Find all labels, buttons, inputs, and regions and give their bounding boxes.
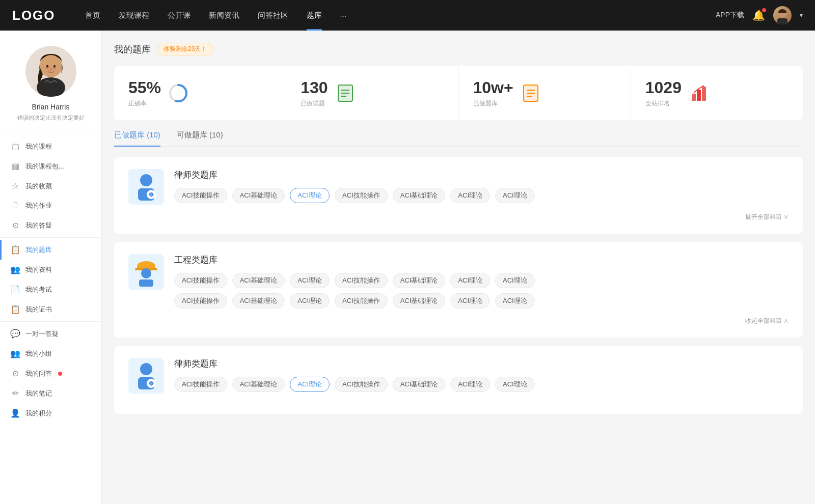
sidebar-username: Brian Harris — [32, 103, 70, 111]
sidebar-item-exam[interactable]: 📄 我的考试 — [0, 279, 101, 299]
sidebar-item-favorites[interactable]: ☆ 我的收藏 — [0, 176, 101, 196]
sidebar-motto: 错误的决定比没有决定要好 — [17, 114, 85, 122]
qbank-tag[interactable]: ACI技能操作 — [174, 188, 227, 203]
svg-point-8 — [53, 65, 56, 68]
qbank-card-lawyer-1: ✓ 律师类题库 ACI技能操作 ACI基础理论 ACI理论 ACI技能操作 AC… — [114, 157, 803, 234]
qbank-card-1-content: 律师类题库 ACI技能操作 ACI基础理论 ACI理论 ACI技能操作 ACI基… — [174, 169, 789, 203]
sidebar-item-notes[interactable]: ✏ 我的笔记 — [0, 383, 101, 403]
sidebar-item-question-bank[interactable]: 📋 我的题库 — [0, 240, 101, 260]
qbank-tag[interactable]: ACI理论 — [290, 273, 330, 288]
sidebar-item-my-group[interactable]: 👥 我的小组 — [0, 344, 101, 363]
qbank-card-1-tags: ACI技能操作 ACI基础理论 ACI理论 ACI技能操作 ACI基础理论 AC… — [174, 188, 789, 203]
qbank-tag[interactable]: ACI技能操作 — [335, 273, 388, 288]
qbank-card-engineer: 工程类题库 ACI技能操作 ACI基础理论 ACI理论 ACI技能操作 ACI基… — [114, 242, 803, 338]
qbank-tag[interactable]: ACI基础理论 — [393, 293, 446, 309]
menu-divider-1 — [0, 237, 101, 238]
qbank-tag-active[interactable]: ACI理论 — [290, 188, 330, 203]
stat-completed-questions: 130 已做试题 — [286, 66, 458, 120]
stat-completed-questions-label: 已做试题 — [301, 99, 328, 108]
star-icon: ☆ — [10, 181, 20, 191]
nav-question-bank[interactable]: 题库 — [297, 0, 331, 31]
qbank-card-3-tags: ACI技能操作 ACI基础理论 ACI理论 ACI技能操作 ACI基础理论 AC… — [174, 377, 789, 392]
qbank-card-2-content: 工程类题库 ACI技能操作 ACI基础理论 ACI理论 ACI技能操作 ACI基… — [174, 254, 789, 309]
qbank-card-2-footer: 收起全部科目 ∧ — [128, 317, 789, 325]
sidebar-item-certificate[interactable]: 📋 我的证书 — [0, 299, 101, 319]
stat-doc-green-icon — [335, 83, 356, 103]
qbank-card-1-footer: 展开全部科目 ∨ — [128, 213, 789, 221]
qbank-tag[interactable]: ACI基础理论 — [393, 188, 446, 203]
qbank-tag[interactable]: ACI技能操作 — [174, 293, 227, 309]
nav-news[interactable]: 新闻资讯 — [200, 0, 249, 31]
qbank-tag[interactable]: ACI基础理论 — [393, 273, 446, 288]
nav-discover[interactable]: 发现课程 — [110, 0, 158, 31]
sidebar-item-homework[interactable]: 🗒 我的作业 — [0, 196, 101, 215]
qbank-tag[interactable]: ACI理论 — [450, 293, 490, 309]
group-icon: 👥 — [10, 349, 20, 358]
main-content: 我的题库 体验剩余23天！ 55% 正确率 — [102, 31, 815, 504]
sidebar-item-my-qa[interactable]: ⊙ 我的问答 — [0, 363, 101, 383]
tab-available-banks[interactable]: 可做题库 (10) — [177, 130, 223, 146]
logo[interactable]: LOGO — [12, 8, 56, 23]
avatar-dropdown-icon[interactable]: ▾ — [800, 12, 803, 19]
svg-point-32 — [141, 268, 151, 278]
qbank-tag-active[interactable]: ACI理论 — [290, 377, 330, 392]
qbank-tag[interactable]: ACI理论 — [495, 188, 535, 203]
expand-button-1[interactable]: 展开全部科目 ∨ — [745, 213, 789, 221]
qbank-tag[interactable]: ACI基础理论 — [232, 377, 285, 392]
svg-point-24 — [140, 174, 152, 186]
svg-rect-33 — [139, 279, 153, 287]
sidebar-avatar[interactable] — [25, 46, 76, 97]
trial-badge: 体验剩余23天！ — [157, 43, 213, 55]
avatar[interactable] — [773, 6, 792, 24]
exam-icon: 📄 — [10, 285, 20, 294]
qbank-tag[interactable]: ACI技能操作 — [174, 377, 227, 392]
sidebar-item-points[interactable]: 👤 我的积分 — [0, 403, 101, 423]
sidebar-item-qa[interactable]: ⊙ 我的答疑 — [0, 215, 101, 235]
sidebar-profile: Brian Harris 错误的决定比没有决定要好 — [0, 31, 101, 132]
homework-icon: 🗒 — [10, 201, 20, 210]
qbank-tag[interactable]: ACI基础理论 — [232, 273, 285, 288]
nav-open-course[interactable]: 公开课 — [158, 0, 200, 31]
svg-rect-1 — [777, 18, 787, 24]
tab-completed-banks[interactable]: 已做题库 (10) — [114, 130, 160, 146]
qbank-tag[interactable]: ACI理论 — [495, 273, 535, 288]
sidebar: Brian Harris 错误的决定比没有决定要好 ▢ 我的课程 ▦ 我的课程包… — [0, 31, 102, 504]
stat-site-ranking-value: 1029 — [645, 78, 682, 97]
qbank-tag[interactable]: ACI理论 — [450, 273, 490, 288]
notification-bell-icon[interactable]: 🔔 — [752, 9, 765, 21]
page-title: 我的题库 — [114, 43, 151, 55]
sidebar-item-course-package[interactable]: ▦ 我的课程包... — [0, 156, 101, 176]
qbank-tag[interactable]: ACI基础理论 — [232, 293, 285, 309]
qbank-tag[interactable]: ACI技能操作 — [335, 188, 388, 203]
nav-menu: 首页 发现课程 公开课 新闻资讯 问答社区 题库 ··· — [76, 0, 716, 31]
qbank-tag[interactable]: ACI基础理论 — [393, 377, 446, 392]
qbank-tag[interactable]: ACI理论 — [450, 188, 490, 203]
stat-accuracy-label: 正确率 — [128, 99, 161, 108]
tabs-bar: 已做题库 (10) 可做题库 (10) — [114, 130, 803, 147]
qbank-tag[interactable]: ACI理论 — [495, 293, 535, 309]
qbank-tag[interactable]: ACI技能操作 — [174, 273, 227, 288]
sidebar-item-one-to-one[interactable]: 💬 一对一答疑 — [0, 324, 101, 344]
app-download-button[interactable]: APP下载 — [716, 11, 744, 20]
qbank-lawyer-icon-1: ✓ — [128, 169, 164, 205]
qbank-tag[interactable]: ACI技能操作 — [335, 293, 388, 309]
stat-completed-banks-text: 10w+ 已做题库 — [473, 78, 513, 108]
qbank-tag[interactable]: ACI基础理论 — [232, 188, 285, 203]
question-bank-icon: 📋 — [10, 245, 20, 255]
qbank-tag[interactable]: ACI理论 — [290, 293, 330, 309]
qbank-tag[interactable]: ACI技能操作 — [335, 377, 388, 392]
svg-point-4 — [40, 55, 62, 77]
qbank-tag[interactable]: ACI理论 — [450, 377, 490, 392]
data-icon: 👥 — [10, 265, 20, 274]
collapse-button-2[interactable]: 收起全部科目 ∧ — [745, 317, 789, 325]
stat-accuracy: 55% 正确率 — [114, 66, 286, 120]
sidebar-item-my-data[interactable]: 👥 我的资料 — [0, 260, 101, 279]
stat-accuracy-value: 55% — [128, 78, 161, 97]
nav-more[interactable]: ··· — [331, 0, 356, 31]
nav-home[interactable]: 首页 — [76, 0, 110, 31]
qbank-tag[interactable]: ACI理论 — [495, 377, 535, 392]
nav-qa[interactable]: 问答社区 — [249, 0, 297, 31]
sidebar-item-my-course[interactable]: ▢ 我的课程 — [0, 136, 101, 156]
course-icon: ▢ — [10, 142, 20, 151]
stats-row: 55% 正确率 130 已做试题 — [114, 66, 803, 120]
